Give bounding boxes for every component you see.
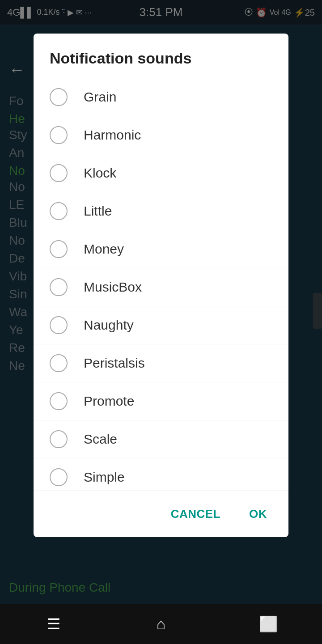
- sound-option-naughty[interactable]: Naughty: [34, 306, 288, 344]
- sound-label-scale: Scale: [84, 432, 117, 447]
- sound-option-grain[interactable]: Grain: [34, 78, 288, 116]
- home-button[interactable]: ⌂: [143, 610, 179, 637]
- radio-naughty: [50, 316, 68, 334]
- hamburger-icon: ☰: [47, 615, 60, 633]
- notification-sounds-dialog: Notification sounds Grain Harmonic Klock…: [34, 34, 288, 537]
- sound-label-klock: Klock: [84, 165, 116, 181]
- radio-musicbox: [50, 278, 68, 296]
- sound-label-promote: Promote: [84, 394, 134, 409]
- sound-option-scale[interactable]: Scale: [34, 420, 288, 458]
- sound-option-harmonic[interactable]: Harmonic: [34, 116, 288, 154]
- home-icon: ⌂: [157, 615, 166, 633]
- sound-label-musicbox: MusicBox: [84, 280, 142, 295]
- sound-option-little[interactable]: Little: [34, 192, 288, 230]
- sound-option-money[interactable]: Money: [34, 230, 288, 268]
- sound-label-peristalsis: Peristalsis: [84, 356, 145, 371]
- radio-peristalsis: [50, 354, 68, 372]
- radio-little: [50, 202, 68, 220]
- sound-label-little: Little: [84, 203, 112, 219]
- menu-icon[interactable]: ☰: [36, 610, 72, 637]
- navigation-bar: ☰ ⌂ ⬜: [0, 604, 322, 644]
- radio-promote: [50, 392, 68, 410]
- sound-label-naughty: Naughty: [84, 318, 134, 333]
- sound-option-peristalsis[interactable]: Peristalsis: [34, 344, 288, 382]
- ok-button[interactable]: OK: [240, 500, 276, 528]
- sound-label-simple: Simple: [84, 470, 125, 485]
- radio-scale: [50, 430, 68, 448]
- cancel-button[interactable]: CANCEL: [162, 500, 229, 528]
- sound-option-musicbox[interactable]: MusicBox: [34, 268, 288, 306]
- sound-label-money: Money: [84, 242, 124, 257]
- back-square-icon: ⬜: [259, 615, 278, 633]
- sounds-list: Grain Harmonic Klock Little Money MusicB…: [34, 78, 288, 491]
- sound-option-promote[interactable]: Promote: [34, 382, 288, 420]
- radio-grain: [50, 88, 68, 106]
- dialog-title: Notification sounds: [34, 34, 288, 78]
- sound-option-simple[interactable]: Simple: [34, 458, 288, 491]
- radio-money: [50, 240, 68, 258]
- radio-simple: [50, 468, 68, 486]
- sound-label-grain: Grain: [84, 89, 116, 105]
- radio-harmonic: [50, 126, 68, 144]
- dialog-actions: CANCEL OK: [34, 491, 288, 537]
- sound-label-harmonic: Harmonic: [84, 127, 141, 143]
- sound-option-klock[interactable]: Klock: [34, 154, 288, 192]
- radio-klock: [50, 164, 68, 182]
- back-button[interactable]: ⬜: [250, 610, 286, 637]
